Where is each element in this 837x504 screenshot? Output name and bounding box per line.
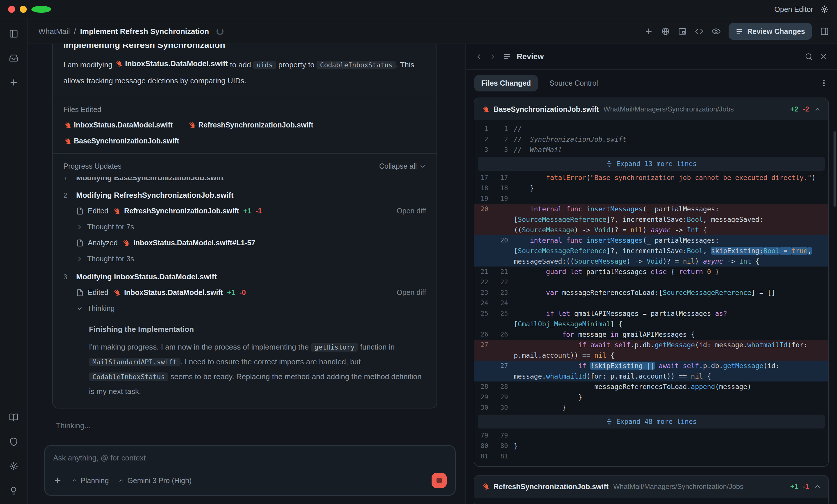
line-number-old: 3 bbox=[474, 145, 494, 155]
scrollbar-thumb[interactable] bbox=[834, 131, 836, 207]
edited-file-row: EditedRefreshSynchronizationJob.swift+1-… bbox=[76, 207, 426, 215]
inline-code-chip: CodableInboxStatus bbox=[317, 61, 396, 69]
open-editor-button[interactable]: Open Editor bbox=[774, 5, 813, 14]
progress-item[interactable]: 2Modifying RefreshSynchronizationJob.swi… bbox=[64, 191, 426, 200]
analyzed-file-row: AnalyzedInboxStatus.DataModel.swift#L1-5… bbox=[76, 239, 426, 247]
diff-line: 33// WhatMail bbox=[474, 145, 828, 155]
close-icon[interactable] bbox=[819, 52, 828, 61]
line-number-old: 18 bbox=[474, 183, 494, 193]
swift-file-icon bbox=[112, 289, 120, 296]
diff-line: 20 internal func insertMessages(_ partia… bbox=[474, 235, 828, 266]
line-number-new: 24 bbox=[494, 298, 514, 308]
diff-card: RefreshSynchronizationJob.swiftWhatMail/… bbox=[474, 475, 829, 504]
response-intro: I am modifying InboxStatus.DataModel.swi… bbox=[64, 56, 426, 89]
line-number-old: 24 bbox=[474, 298, 494, 308]
expand-lines-button[interactable]: Expand 48 more lines bbox=[478, 415, 825, 429]
sidebar-panel-icon[interactable] bbox=[7, 27, 20, 40]
agent-response-card: Implementing Refresh Synchronization I a… bbox=[52, 44, 437, 409]
new-chat-plus-icon[interactable] bbox=[7, 76, 20, 89]
app-window: Open Editor WhatMail / Implement Refresh… bbox=[0, 0, 837, 504]
line-number-new: 80 bbox=[494, 441, 514, 451]
lightbulb-icon[interactable] bbox=[7, 484, 20, 497]
gear-icon[interactable] bbox=[7, 460, 20, 473]
more-vertical-icon[interactable] bbox=[820, 79, 828, 87]
line-number-new: 28 bbox=[494, 381, 514, 392]
breadcrumb-project[interactable]: WhatMail bbox=[38, 27, 70, 36]
forward-chevron-icon[interactable] bbox=[489, 53, 497, 61]
zoom-window-button[interactable] bbox=[31, 6, 51, 13]
diff-line: 2626 for message in gmailAPIMessages { bbox=[474, 329, 828, 340]
line-number-old: 20 bbox=[474, 204, 494, 214]
eye-icon[interactable] bbox=[712, 27, 720, 36]
review-changes-button[interactable]: Review Changes bbox=[729, 23, 812, 40]
minimize-window-button[interactable] bbox=[20, 6, 27, 13]
collapse-chevron-up-icon[interactable] bbox=[814, 483, 821, 490]
attach-plus-icon[interactable] bbox=[53, 476, 62, 485]
tab-files-changed[interactable]: Files Changed bbox=[474, 75, 538, 91]
document-icon bbox=[76, 289, 84, 296]
collapse-chevron-up-icon[interactable] bbox=[814, 106, 821, 113]
line-number-old: 22 bbox=[474, 277, 494, 287]
swift-file-icon bbox=[64, 137, 71, 145]
collapse-all-button[interactable]: Collapse all bbox=[379, 162, 426, 170]
line-number-new: 81 bbox=[494, 451, 514, 462]
file-reference[interactable]: InboxStatus.DataModel.swift bbox=[114, 56, 228, 71]
chevron-down-icon bbox=[419, 163, 426, 170]
thought-row[interactable]: Thought for 7s bbox=[76, 223, 426, 231]
breadcrumb-task[interactable]: Implement Refresh Synchronization bbox=[80, 27, 209, 36]
thinking-toggle[interactable]: Thinking bbox=[76, 304, 426, 313]
loading-spinner bbox=[216, 28, 224, 35]
line-number-new: 3 bbox=[494, 145, 514, 155]
diff-card-header[interactable]: BaseSynchronizationJob.swiftWhatMail/Man… bbox=[474, 98, 828, 120]
swift-file-icon bbox=[64, 122, 71, 129]
line-number-old: 21 bbox=[474, 266, 494, 277]
line-number-old: 25 bbox=[474, 308, 494, 319]
thinking-heading: Finishing the Implementation bbox=[89, 325, 426, 334]
mode-selector[interactable]: Planning bbox=[71, 477, 109, 485]
agent-chat-pane: Implementing Refresh Synchronization I a… bbox=[28, 44, 465, 504]
diff-line: 2929 } bbox=[474, 392, 828, 403]
chat-composer[interactable]: Ask anything, @ for context Planning Gem… bbox=[44, 445, 456, 496]
line-number-old: 23 bbox=[474, 287, 494, 298]
shield-icon[interactable] bbox=[7, 435, 20, 448]
split-panel-icon[interactable] bbox=[820, 27, 829, 36]
tab-source-control[interactable]: Source Control bbox=[542, 75, 605, 91]
back-chevron-icon[interactable] bbox=[475, 53, 483, 61]
stop-generation-button[interactable] bbox=[431, 473, 447, 488]
line-number-new: 21 bbox=[494, 266, 514, 277]
close-window-button[interactable] bbox=[8, 6, 15, 13]
swift-file-icon bbox=[481, 483, 489, 490]
open-diff-link[interactable]: Open diff bbox=[397, 288, 426, 297]
diff-line: 1818 } bbox=[474, 183, 828, 193]
line-number-new: 20 bbox=[494, 235, 514, 246]
diff-line: 27 if await self.p.db.getMessage(id: mes… bbox=[474, 340, 828, 360]
docs-book-icon[interactable] bbox=[7, 411, 20, 424]
line-number-old: 29 bbox=[474, 392, 494, 403]
model-selector[interactable]: Gemini 3 Pro (High) bbox=[118, 477, 192, 485]
line-number-new: 1 bbox=[494, 124, 514, 134]
browser-globe-icon[interactable] bbox=[661, 27, 670, 36]
search-icon[interactable] bbox=[804, 52, 813, 61]
picture-in-picture-icon[interactable] bbox=[678, 27, 687, 36]
progress-item[interactable]: 1Modifying BaseSynchronizationJob.swift bbox=[64, 178, 426, 182]
expand-lines-button[interactable]: Expand 13 more lines bbox=[478, 157, 825, 171]
edited-file-item[interactable]: BaseSynchronizationJob.swift bbox=[64, 137, 179, 145]
chat-scroll-area[interactable]: Implementing Refresh Synchronization I a… bbox=[28, 44, 465, 445]
line-number-new: 27 bbox=[494, 360, 514, 371]
thought-row[interactable]: Thought for 3s bbox=[76, 255, 426, 263]
edited-file-item[interactable]: RefreshSynchronizationJob.swift bbox=[188, 121, 313, 129]
line-number-old: 30 bbox=[474, 403, 494, 413]
line-number-old: 1 bbox=[474, 124, 494, 134]
settings-gear-icon[interactable] bbox=[820, 5, 829, 14]
code-icon[interactable] bbox=[695, 27, 704, 36]
diff-card-header[interactable]: RefreshSynchronizationJob.swiftWhatMail/… bbox=[474, 475, 828, 498]
add-icon[interactable] bbox=[644, 27, 653, 36]
diff-line: 2525 if let gmailAPIMessages = partialMe… bbox=[474, 308, 828, 329]
edited-file-item[interactable]: InboxStatus.DataModel.swift bbox=[64, 121, 173, 129]
progress-item[interactable]: 3Modifying InboxStatus.DataModel.swift bbox=[64, 272, 426, 281]
inbox-icon[interactable] bbox=[7, 52, 20, 64]
document-icon bbox=[76, 239, 84, 247]
chevron-right-icon bbox=[76, 256, 83, 262]
open-diff-link[interactable]: Open diff bbox=[397, 207, 426, 215]
diff-line: 7979 bbox=[474, 430, 828, 441]
